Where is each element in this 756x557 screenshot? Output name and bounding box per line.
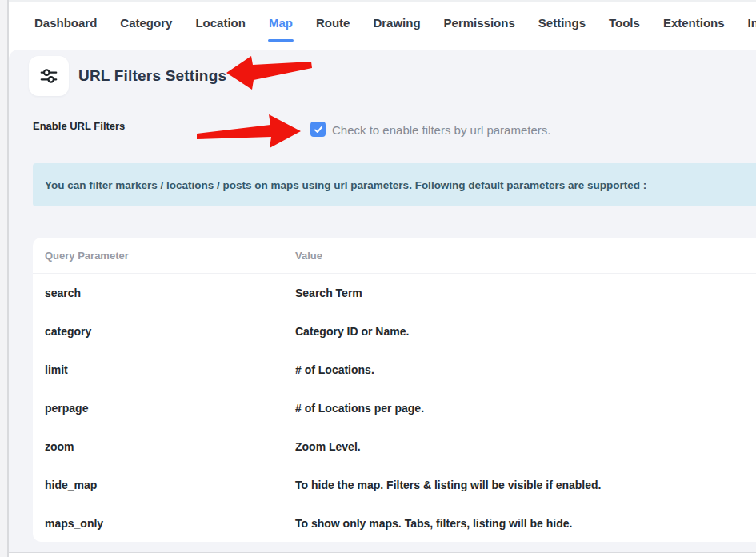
param-cell: maps_only — [33, 517, 295, 530]
table-row: search Search Term — [33, 274, 756, 312]
nav-item-dashboard[interactable]: Dashboard — [34, 2, 98, 43]
parameters-table: Query Parameter Value search Search Term… — [33, 238, 756, 542]
table-row: maps_only To show only maps. Tabs, filte… — [33, 504, 756, 542]
filters-icon-box — [29, 56, 69, 96]
column-header-value: Value — [295, 250, 756, 262]
nav-item-map[interactable]: Map — [268, 2, 294, 43]
nav-item-route[interactable]: Route — [315, 2, 351, 43]
nav-item-settings[interactable]: Settings — [538, 2, 586, 43]
nav-item-location[interactable]: Location — [194, 2, 246, 43]
param-cell: hide_map — [33, 479, 295, 491]
top-nav: Dashboard Category Location Map Route Dr… — [9, 0, 756, 43]
nav-item-integration[interactable]: Integration — [747, 2, 756, 43]
nav-item-extentions[interactable]: Extentions — [662, 2, 726, 43]
nav-item-permissions[interactable]: Permissions — [443, 2, 516, 43]
nav-item-tools[interactable]: Tools — [608, 2, 641, 43]
value-cell: To hide the map. Filters & listing will … — [295, 479, 756, 491]
table-row: hide_map To hide the map. Filters & list… — [33, 466, 756, 504]
checkmark-icon — [314, 125, 323, 134]
table-row: perpage # of Locations per page. — [33, 389, 756, 427]
settings-panel: URL Filters Settings Enable URL Filters … — [9, 50, 756, 553]
value-cell: To show only maps. Tabs, filters, listin… — [295, 517, 756, 530]
enable-url-filters-label: Enable URL Filters — [33, 120, 125, 132]
table-row: category Category ID or Name. — [33, 312, 756, 351]
enable-url-filters-checkbox[interactable] — [310, 122, 326, 137]
table-row: limit # of Locations. — [33, 351, 756, 389]
value-cell: # of Locations. — [295, 363, 756, 376]
nav-item-drawing[interactable]: Drawing — [372, 2, 421, 43]
value-cell: Zoom Level. — [295, 440, 756, 453]
page-left-gutter — [0, 0, 9, 557]
param-cell: zoom — [33, 440, 295, 453]
value-cell: Category ID or Name. — [295, 325, 756, 338]
column-header-query-parameter: Query Parameter — [33, 250, 295, 262]
sliders-icon — [38, 66, 59, 86]
param-cell: search — [33, 287, 295, 299]
info-banner-text: You can filter markers / locations / pos… — [45, 179, 646, 191]
value-cell: # of Locations per page. — [295, 402, 756, 415]
nav-item-category[interactable]: Category — [119, 2, 173, 43]
param-cell: perpage — [33, 402, 295, 415]
table-row: zoom Zoom Level. — [33, 427, 756, 466]
info-banner: You can filter markers / locations / pos… — [33, 163, 756, 206]
value-cell: Search Term — [295, 287, 756, 299]
checkbox-description: Check to enable filters by url parameter… — [332, 122, 550, 138]
param-cell: category — [33, 325, 295, 338]
param-cell: limit — [33, 363, 295, 376]
table-header-row: Query Parameter Value — [33, 238, 756, 274]
page-title: URL Filters Settings — [78, 67, 226, 85]
